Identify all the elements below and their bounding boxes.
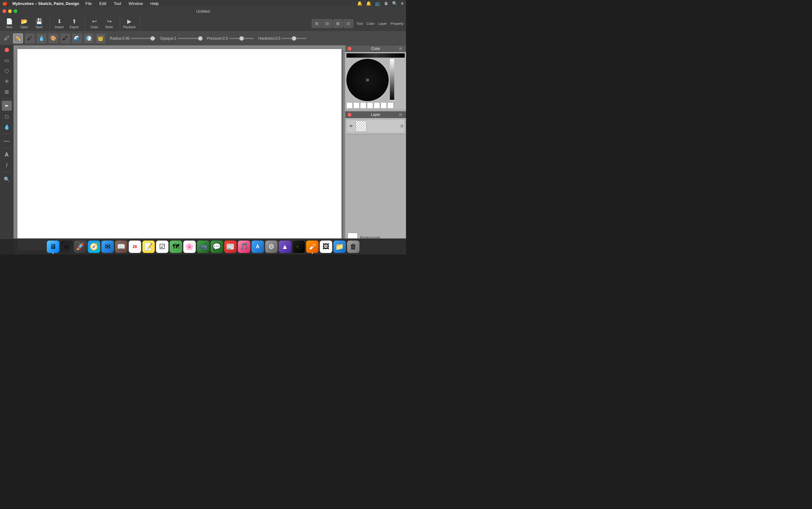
dock-launchpad[interactable]: 🚀 xyxy=(74,241,87,253)
tool-italic-text[interactable]: I xyxy=(2,160,12,170)
hardness-slider[interactable] xyxy=(282,38,306,39)
current-brush-icon[interactable]: 🖊 xyxy=(2,34,11,43)
menu-file[interactable]: File xyxy=(84,1,93,6)
divider-2 xyxy=(2,134,11,134)
brush-type-watercolor[interactable]: 🌊 xyxy=(72,33,82,43)
radius-slider[interactable] xyxy=(131,38,156,39)
swatch-2[interactable] xyxy=(353,102,359,108)
tool-transform[interactable]: ✛ xyxy=(2,76,12,86)
pressure-slider[interactable] xyxy=(229,38,254,39)
tool-text[interactable]: A xyxy=(2,150,12,160)
dock-terminal[interactable]: >_ xyxy=(292,241,305,253)
tool-zoom[interactable]: 🔍 xyxy=(2,174,12,184)
tab-property[interactable]: Property xyxy=(390,22,403,26)
tool-line[interactable]: — xyxy=(2,136,12,146)
brush-type-airbrush[interactable]: 💨 xyxy=(84,33,94,43)
menu-window[interactable]: Window xyxy=(128,1,144,6)
open-button[interactable]: 📂 Open xyxy=(18,17,31,30)
dock-news[interactable]: 📰 xyxy=(224,241,237,253)
view-btn-4[interactable]: ⊡ xyxy=(343,19,353,28)
dock-reminders[interactable]: ☑ xyxy=(156,241,168,253)
tab-tool[interactable]: Tool xyxy=(356,22,363,26)
canvas-area[interactable] xyxy=(14,45,345,254)
tool-eraser[interactable]: ◻ xyxy=(2,111,12,121)
dock-photos2[interactable]: 🖼 xyxy=(320,241,332,253)
export-button[interactable]: ⬆ Export xyxy=(67,17,81,30)
control-center-icon[interactable]: ≡ xyxy=(401,1,403,6)
brush-type-pencil[interactable]: ✏️ xyxy=(13,33,23,43)
dock-finder[interactable]: 🖥 xyxy=(47,241,59,253)
swatch-1[interactable] xyxy=(347,102,353,108)
dock-photos[interactable]: 🌸 xyxy=(183,241,196,253)
sidebar-close[interactable] xyxy=(5,48,9,52)
dock-trash[interactable]: 🗑 xyxy=(347,241,359,253)
notification-icon2[interactable]: 🔔 xyxy=(366,1,371,6)
notification-icon1[interactable]: 🔔 xyxy=(357,1,362,6)
maximize-button[interactable] xyxy=(14,9,18,13)
apple-menu[interactable]: 🍎 xyxy=(2,1,7,6)
dock-mybrushes[interactable]: 🖌 xyxy=(306,241,319,253)
dock-mail[interactable]: ✉ xyxy=(101,241,114,253)
swatch-6[interactable] xyxy=(381,102,387,108)
dock-notes[interactable]: 📝 xyxy=(142,241,155,253)
brush-type-marker[interactable]: 🖍 xyxy=(60,33,70,43)
dock-messages[interactable]: 💬 xyxy=(210,241,223,253)
brush-type-oil[interactable]: 🎨 xyxy=(48,33,58,43)
tool-eyedropper[interactable]: 💧 xyxy=(2,122,12,132)
dock-appstore[interactable]: A xyxy=(252,241,264,253)
menu-tool[interactable]: Tool xyxy=(112,1,123,6)
color-panel-close[interactable] xyxy=(348,47,351,50)
swatch-3[interactable] xyxy=(360,102,366,108)
layer-panel-options[interactable]: ⎘ xyxy=(397,111,403,118)
color-panel-options[interactable]: ⎘ xyxy=(397,45,403,52)
launchpad-icon: 🚀 xyxy=(76,243,84,251)
import-button[interactable]: ⬇ Import xyxy=(53,17,66,30)
brush-type-crown[interactable]: 👑 xyxy=(96,33,105,43)
layer-options-btn[interactable]: ≡ xyxy=(400,123,403,129)
view-btn-2[interactable]: ⊟ xyxy=(322,19,332,28)
dock-facetime[interactable]: 📹 xyxy=(197,241,209,253)
display-icon[interactable]: 🖥 xyxy=(384,1,388,6)
brightness-slider[interactable] xyxy=(390,59,394,101)
dock-music[interactable]: 🎵 xyxy=(238,241,250,253)
brush-type-ink[interactable]: 🖊 xyxy=(25,33,35,43)
tab-layer[interactable]: Layer xyxy=(379,22,387,26)
dock-finder2[interactable]: 📁 xyxy=(333,241,346,253)
new-button[interactable]: 📄 New xyxy=(2,17,16,30)
swatch-5[interactable] xyxy=(374,102,380,108)
menu-help[interactable]: Help xyxy=(149,1,160,6)
layer-panel-close[interactable] xyxy=(348,113,351,116)
view-btn-3[interactable]: ⊠ xyxy=(333,19,343,28)
swatch-4[interactable] xyxy=(367,102,373,108)
minimize-button[interactable] xyxy=(8,9,12,13)
close-button[interactable] xyxy=(2,9,6,13)
layer-item[interactable]: 👁 ≡ xyxy=(347,120,405,133)
swatch-7[interactable] xyxy=(387,102,394,108)
dock-siri[interactable]: ◎ xyxy=(61,241,73,253)
save-button[interactable]: 💾 Save xyxy=(32,17,46,30)
playback-button[interactable]: ▶ Playback xyxy=(123,17,136,30)
airplay-icon[interactable]: 📺 xyxy=(375,1,380,6)
search-icon[interactable]: 🔍 xyxy=(392,1,397,6)
dock-calendar[interactable]: 29 xyxy=(129,241,141,253)
menu-edit[interactable]: Edit xyxy=(98,1,107,6)
dock-books[interactable]: 📖 xyxy=(115,241,128,253)
redo-button[interactable]: ↪ Redo xyxy=(102,17,116,30)
drawing-canvas[interactable] xyxy=(18,49,342,251)
brush-type-wet[interactable]: 💧 xyxy=(37,33,46,43)
dock-maps[interactable]: 🗺 xyxy=(170,241,182,253)
tool-select-transform[interactable]: ⊞ xyxy=(2,87,12,97)
dock-coda[interactable]: ▲ xyxy=(279,241,291,253)
tool-rect-select[interactable]: ▭ xyxy=(2,55,12,65)
tab-color[interactable]: Color xyxy=(367,22,375,26)
dock-sysprefs[interactable]: ⚙ xyxy=(265,241,278,253)
color-wheel[interactable] xyxy=(347,59,389,101)
view-btn-1[interactable]: ⊞ xyxy=(312,19,322,28)
undo-button[interactable]: ↩ Undo xyxy=(88,17,101,30)
opaque-slider[interactable] xyxy=(178,38,202,39)
layer-panel: Layer ⎘ 👁 ≡ xyxy=(345,111,406,135)
tool-pen[interactable]: ✒ xyxy=(2,101,12,111)
tool-lasso[interactable]: ⬡ xyxy=(2,66,12,76)
layer-visibility-toggle[interactable]: 👁 xyxy=(348,123,354,129)
dock-safari[interactable]: 🧭 xyxy=(88,241,100,253)
